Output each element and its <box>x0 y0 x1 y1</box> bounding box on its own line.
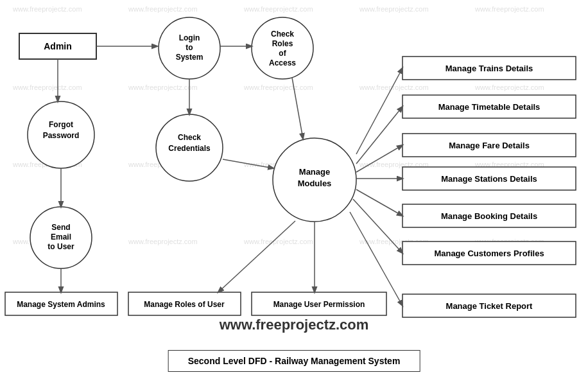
admin-label: Admin <box>44 41 72 51</box>
svg-text:www.freeprojectz.com: www.freeprojectz.com <box>128 238 198 245</box>
svg-text:www.freeprojectz.com: www.freeprojectz.com <box>12 83 82 91</box>
manage-system-admins-label: Manage System Admins <box>17 300 105 309</box>
send-email-label-1: Send <box>51 223 70 232</box>
arrow-modules-timetable <box>356 107 402 164</box>
check-roles-circle <box>252 17 313 79</box>
manage-ticket-label: Manage Ticket Report <box>446 301 533 311</box>
check-roles-label-3: of <box>279 49 286 58</box>
login-label-2: to <box>186 43 193 52</box>
forgot-label-1: Forgot <box>49 120 73 129</box>
arrow-modules-booking <box>356 189 402 216</box>
svg-text:www.freeprojectz.com: www.freeprojectz.com <box>474 5 544 13</box>
login-label-1: Login <box>179 33 200 42</box>
manage-timetable-label: Manage Timetable Details <box>438 102 540 112</box>
arrow-modules-ticket <box>350 212 402 306</box>
send-email-label-2: Email <box>51 232 71 241</box>
manage-fare-label: Manage Fare Details <box>449 141 530 150</box>
manage-customers-label: Manage Customers Profiles <box>434 249 544 258</box>
arrow-modules-trains <box>356 68 402 154</box>
svg-text:www.freeprojectz.com: www.freeprojectz.com <box>243 83 313 91</box>
manage-stations-label: Manage Stations Details <box>441 174 537 184</box>
check-roles-label-1: Check <box>271 30 294 39</box>
check-roles-label-4: Access <box>269 58 296 67</box>
check-cred-label-2: Credentials <box>168 144 211 153</box>
manage-booking-label: Manage Booking Details <box>441 211 537 221</box>
svg-text:www.freeprojectz.com: www.freeprojectz.com <box>359 5 429 13</box>
svg-text:www.freeprojectz.com: www.freeprojectz.com <box>128 83 198 91</box>
svg-text:www.freeprojectz.com: www.freeprojectz.com <box>243 5 313 13</box>
manage-user-permission-label: Manage User Permission <box>273 300 365 309</box>
arrow-modules-roles <box>218 221 295 292</box>
forgot-label-2: Password <box>43 131 80 140</box>
manage-trains-label: Manage Trains Details <box>445 64 533 73</box>
login-label-3: System <box>176 53 203 62</box>
svg-text:www.freeprojectz.com: www.freeprojectz.com <box>243 238 313 245</box>
svg-text:www.freeprojectz.com: www.freeprojectz.com <box>128 5 198 13</box>
manage-roles-label: Manage Roles of User <box>144 300 225 309</box>
check-cred-label-1: Check <box>178 133 201 142</box>
footer-title: Second Level DFD - Railway Management Sy… <box>168 350 420 372</box>
svg-text:www.freeprojectz.com: www.freeprojectz.com <box>12 5 82 13</box>
footer-url: www.freeprojectz.com <box>0 317 588 333</box>
svg-text:www.freeprojectz.com: www.freeprojectz.com <box>474 83 544 91</box>
send-email-label-3: to User <box>48 242 74 251</box>
manage-modules-label-1: Manage <box>299 167 330 177</box>
manage-modules-label-2: Modules <box>298 179 332 188</box>
check-roles-label-2: Roles <box>272 39 293 48</box>
